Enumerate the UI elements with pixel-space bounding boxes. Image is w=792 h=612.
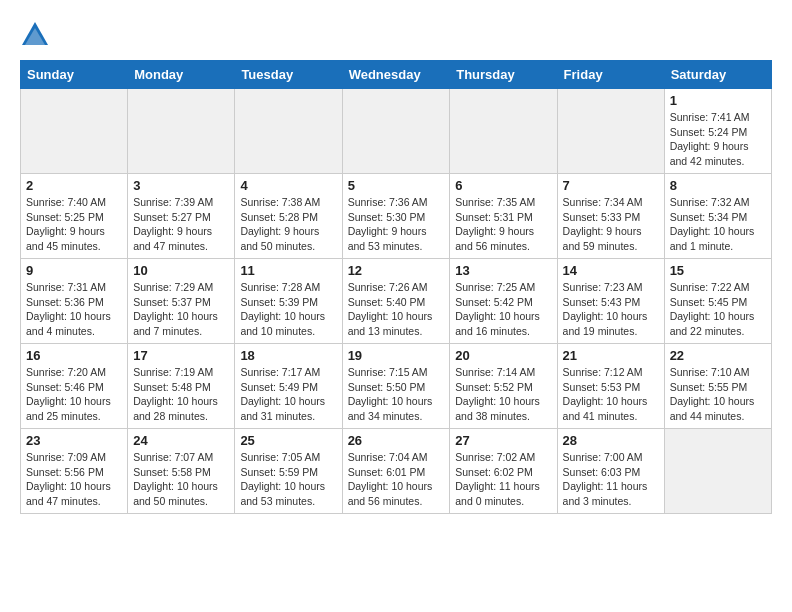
day-info: Sunrise: 7:26 AM Sunset: 5:40 PM Dayligh…	[348, 280, 445, 339]
weekday-header-wednesday: Wednesday	[342, 61, 450, 89]
day-info: Sunrise: 7:36 AM Sunset: 5:30 PM Dayligh…	[348, 195, 445, 254]
calendar-cell: 21Sunrise: 7:12 AM Sunset: 5:53 PM Dayli…	[557, 344, 664, 429]
calendar-cell: 20Sunrise: 7:14 AM Sunset: 5:52 PM Dayli…	[450, 344, 557, 429]
calendar-cell	[557, 89, 664, 174]
calendar-cell	[342, 89, 450, 174]
day-info: Sunrise: 7:35 AM Sunset: 5:31 PM Dayligh…	[455, 195, 551, 254]
logo	[20, 20, 54, 50]
calendar-cell: 14Sunrise: 7:23 AM Sunset: 5:43 PM Dayli…	[557, 259, 664, 344]
calendar-cell	[664, 429, 771, 514]
day-number: 10	[133, 263, 229, 278]
day-number: 25	[240, 433, 336, 448]
day-info: Sunrise: 7:40 AM Sunset: 5:25 PM Dayligh…	[26, 195, 122, 254]
day-info: Sunrise: 7:39 AM Sunset: 5:27 PM Dayligh…	[133, 195, 229, 254]
week-row-4: 16Sunrise: 7:20 AM Sunset: 5:46 PM Dayli…	[21, 344, 772, 429]
calendar-cell: 2Sunrise: 7:40 AM Sunset: 5:25 PM Daylig…	[21, 174, 128, 259]
calendar-cell	[450, 89, 557, 174]
week-row-5: 23Sunrise: 7:09 AM Sunset: 5:56 PM Dayli…	[21, 429, 772, 514]
day-number: 23	[26, 433, 122, 448]
day-number: 24	[133, 433, 229, 448]
calendar-cell: 9Sunrise: 7:31 AM Sunset: 5:36 PM Daylig…	[21, 259, 128, 344]
calendar-cell: 15Sunrise: 7:22 AM Sunset: 5:45 PM Dayli…	[664, 259, 771, 344]
day-info: Sunrise: 7:05 AM Sunset: 5:59 PM Dayligh…	[240, 450, 336, 509]
day-info: Sunrise: 7:07 AM Sunset: 5:58 PM Dayligh…	[133, 450, 229, 509]
day-info: Sunrise: 7:29 AM Sunset: 5:37 PM Dayligh…	[133, 280, 229, 339]
calendar-cell: 28Sunrise: 7:00 AM Sunset: 6:03 PM Dayli…	[557, 429, 664, 514]
calendar-cell: 16Sunrise: 7:20 AM Sunset: 5:46 PM Dayli…	[21, 344, 128, 429]
day-number: 14	[563, 263, 659, 278]
day-number: 19	[348, 348, 445, 363]
calendar-cell: 3Sunrise: 7:39 AM Sunset: 5:27 PM Daylig…	[128, 174, 235, 259]
day-number: 17	[133, 348, 229, 363]
calendar-cell: 24Sunrise: 7:07 AM Sunset: 5:58 PM Dayli…	[128, 429, 235, 514]
calendar-cell: 4Sunrise: 7:38 AM Sunset: 5:28 PM Daylig…	[235, 174, 342, 259]
calendar-cell: 18Sunrise: 7:17 AM Sunset: 5:49 PM Dayli…	[235, 344, 342, 429]
page-header	[20, 20, 772, 50]
day-number: 18	[240, 348, 336, 363]
week-row-2: 2Sunrise: 7:40 AM Sunset: 5:25 PM Daylig…	[21, 174, 772, 259]
day-number: 21	[563, 348, 659, 363]
weekday-header-thursday: Thursday	[450, 61, 557, 89]
calendar-cell: 8Sunrise: 7:32 AM Sunset: 5:34 PM Daylig…	[664, 174, 771, 259]
calendar-cell: 12Sunrise: 7:26 AM Sunset: 5:40 PM Dayli…	[342, 259, 450, 344]
day-info: Sunrise: 7:23 AM Sunset: 5:43 PM Dayligh…	[563, 280, 659, 339]
day-number: 9	[26, 263, 122, 278]
calendar-cell: 6Sunrise: 7:35 AM Sunset: 5:31 PM Daylig…	[450, 174, 557, 259]
calendar-cell: 17Sunrise: 7:19 AM Sunset: 5:48 PM Dayli…	[128, 344, 235, 429]
calendar-cell: 1Sunrise: 7:41 AM Sunset: 5:24 PM Daylig…	[664, 89, 771, 174]
day-number: 28	[563, 433, 659, 448]
day-info: Sunrise: 7:38 AM Sunset: 5:28 PM Dayligh…	[240, 195, 336, 254]
day-number: 7	[563, 178, 659, 193]
day-info: Sunrise: 7:14 AM Sunset: 5:52 PM Dayligh…	[455, 365, 551, 424]
day-number: 8	[670, 178, 766, 193]
calendar-cell: 25Sunrise: 7:05 AM Sunset: 5:59 PM Dayli…	[235, 429, 342, 514]
day-number: 6	[455, 178, 551, 193]
weekday-header-friday: Friday	[557, 61, 664, 89]
day-info: Sunrise: 7:17 AM Sunset: 5:49 PM Dayligh…	[240, 365, 336, 424]
calendar-cell: 11Sunrise: 7:28 AM Sunset: 5:39 PM Dayli…	[235, 259, 342, 344]
day-number: 22	[670, 348, 766, 363]
day-info: Sunrise: 7:02 AM Sunset: 6:02 PM Dayligh…	[455, 450, 551, 509]
calendar-cell: 10Sunrise: 7:29 AM Sunset: 5:37 PM Dayli…	[128, 259, 235, 344]
calendar-cell: 19Sunrise: 7:15 AM Sunset: 5:50 PM Dayli…	[342, 344, 450, 429]
day-info: Sunrise: 7:31 AM Sunset: 5:36 PM Dayligh…	[26, 280, 122, 339]
day-info: Sunrise: 7:34 AM Sunset: 5:33 PM Dayligh…	[563, 195, 659, 254]
day-number: 15	[670, 263, 766, 278]
calendar-cell: 26Sunrise: 7:04 AM Sunset: 6:01 PM Dayli…	[342, 429, 450, 514]
day-number: 16	[26, 348, 122, 363]
calendar-cell: 23Sunrise: 7:09 AM Sunset: 5:56 PM Dayli…	[21, 429, 128, 514]
week-row-1: 1Sunrise: 7:41 AM Sunset: 5:24 PM Daylig…	[21, 89, 772, 174]
day-info: Sunrise: 7:41 AM Sunset: 5:24 PM Dayligh…	[670, 110, 766, 169]
day-info: Sunrise: 7:10 AM Sunset: 5:55 PM Dayligh…	[670, 365, 766, 424]
day-number: 13	[455, 263, 551, 278]
calendar-cell: 22Sunrise: 7:10 AM Sunset: 5:55 PM Dayli…	[664, 344, 771, 429]
day-number: 2	[26, 178, 122, 193]
day-number: 1	[670, 93, 766, 108]
calendar-cell: 13Sunrise: 7:25 AM Sunset: 5:42 PM Dayli…	[450, 259, 557, 344]
calendar-cell	[128, 89, 235, 174]
weekday-header-sunday: Sunday	[21, 61, 128, 89]
logo-icon	[20, 20, 50, 50]
calendar-cell	[235, 89, 342, 174]
weekday-header-monday: Monday	[128, 61, 235, 89]
day-info: Sunrise: 7:20 AM Sunset: 5:46 PM Dayligh…	[26, 365, 122, 424]
day-info: Sunrise: 7:04 AM Sunset: 6:01 PM Dayligh…	[348, 450, 445, 509]
day-info: Sunrise: 7:15 AM Sunset: 5:50 PM Dayligh…	[348, 365, 445, 424]
day-number: 11	[240, 263, 336, 278]
day-info: Sunrise: 7:12 AM Sunset: 5:53 PM Dayligh…	[563, 365, 659, 424]
day-info: Sunrise: 7:22 AM Sunset: 5:45 PM Dayligh…	[670, 280, 766, 339]
day-info: Sunrise: 7:00 AM Sunset: 6:03 PM Dayligh…	[563, 450, 659, 509]
day-number: 20	[455, 348, 551, 363]
day-number: 26	[348, 433, 445, 448]
day-info: Sunrise: 7:09 AM Sunset: 5:56 PM Dayligh…	[26, 450, 122, 509]
day-number: 3	[133, 178, 229, 193]
day-number: 27	[455, 433, 551, 448]
week-row-3: 9Sunrise: 7:31 AM Sunset: 5:36 PM Daylig…	[21, 259, 772, 344]
day-number: 12	[348, 263, 445, 278]
calendar-cell: 7Sunrise: 7:34 AM Sunset: 5:33 PM Daylig…	[557, 174, 664, 259]
day-number: 4	[240, 178, 336, 193]
day-info: Sunrise: 7:25 AM Sunset: 5:42 PM Dayligh…	[455, 280, 551, 339]
calendar-cell	[21, 89, 128, 174]
weekday-header-row: SundayMondayTuesdayWednesdayThursdayFrid…	[21, 61, 772, 89]
day-info: Sunrise: 7:19 AM Sunset: 5:48 PM Dayligh…	[133, 365, 229, 424]
